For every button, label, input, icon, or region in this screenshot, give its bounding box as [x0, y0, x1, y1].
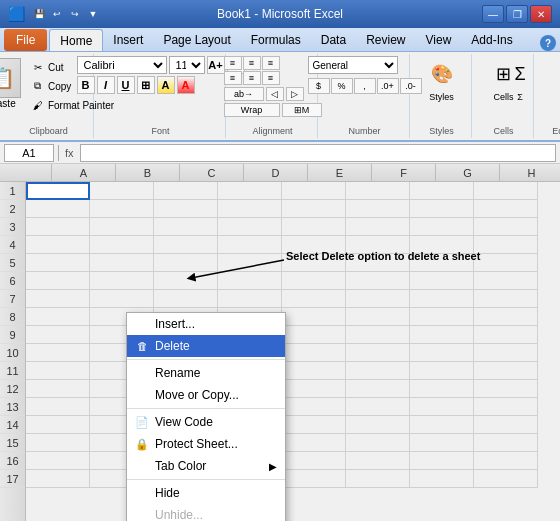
cell-a2[interactable] — [26, 200, 90, 218]
cells-row-8 — [26, 308, 560, 326]
tab-home[interactable]: Home — [49, 29, 103, 51]
editing-group-label: Editing — [536, 126, 560, 136]
cell-h2[interactable] — [474, 200, 538, 218]
indent-increase-btn[interactable]: ▷ — [286, 87, 304, 101]
underline-button[interactable]: U — [117, 76, 135, 94]
menu-item-insert[interactable]: Insert... — [127, 313, 285, 335]
ribbon-group-styles: 🎨 Styles Styles — [412, 54, 472, 138]
bold-button[interactable]: B — [77, 76, 95, 94]
tab-add-ins[interactable]: Add-Ins — [461, 29, 522, 51]
undo-quick-btn[interactable]: ↩ — [49, 6, 65, 22]
wrap-text-btn[interactable]: Wrap — [224, 103, 280, 117]
cell-e2[interactable] — [282, 200, 346, 218]
row-num-1: 1 — [0, 182, 25, 200]
tab-data[interactable]: Data — [311, 29, 356, 51]
tab-color-label: Tab Color — [155, 459, 206, 473]
cell-g1[interactable] — [410, 182, 474, 200]
column-headers: A B C D E F G H — [0, 164, 560, 182]
restore-btn[interactable]: ❐ — [506, 5, 528, 23]
move-copy-label: Move or Copy... — [155, 388, 239, 402]
minimize-btn[interactable]: — — [482, 5, 504, 23]
tab-review[interactable]: Review — [356, 29, 415, 51]
cell-d1[interactable] — [218, 182, 282, 200]
cell-c1[interactable] — [154, 182, 218, 200]
cells-area: Insert... 🗑 Delete Rename Move or Copy..… — [26, 182, 560, 521]
col-header-a: A — [52, 164, 116, 181]
ribbon-group-editing: Σ Σ ↕ 🔍 Editing — [536, 54, 560, 138]
increase-decimal-btn[interactable]: .0+ — [377, 78, 399, 94]
cell-h1[interactable] — [474, 182, 538, 200]
redo-quick-btn[interactable]: ↪ — [67, 6, 83, 22]
ribbon-tabs: File Home Insert Page Layout Formulas Da… — [0, 28, 560, 52]
row-num-4: 4 — [0, 236, 25, 254]
cell-b2[interactable] — [90, 200, 154, 218]
increase-font-btn[interactable]: A+ — [207, 56, 225, 74]
cell-f1[interactable] — [346, 182, 410, 200]
menu-item-unhide: Unhide... — [127, 504, 285, 521]
font-name-select[interactable]: Calibri — [77, 56, 167, 74]
align-mid-right-btn[interactable]: ≡ — [262, 71, 280, 85]
align-mid-center-btn[interactable]: ≡ — [243, 71, 261, 85]
menu-item-rename[interactable]: Rename — [127, 362, 285, 384]
cell-reference-box[interactable]: A1 — [4, 144, 54, 162]
align-top-right-btn[interactable]: ≡ — [262, 56, 280, 70]
row-area: 1 2 3 4 5 6 7 8 9 10 11 12 13 14 15 16 1… — [0, 182, 560, 521]
menu-item-protect-sheet[interactable]: 🔒 Protect Sheet... — [127, 433, 285, 455]
cells-row-9 — [26, 326, 560, 344]
font-color-button[interactable]: A — [177, 76, 195, 94]
cell-g2[interactable] — [410, 200, 474, 218]
formula-divider — [58, 145, 59, 161]
help-btn[interactable]: ? — [540, 35, 556, 51]
window-controls: — ❐ ✕ — [482, 5, 552, 23]
cell-f2[interactable] — [346, 200, 410, 218]
col-header-c: C — [180, 164, 244, 181]
menu-sep-2 — [127, 408, 285, 409]
cell-b1[interactable] — [90, 182, 154, 200]
save-quick-btn[interactable]: 💾 — [31, 6, 47, 22]
cell-c2[interactable] — [154, 200, 218, 218]
number-group-label: Number — [320, 126, 409, 136]
row-num-3: 3 — [0, 218, 25, 236]
tab-file[interactable]: File — [4, 29, 47, 51]
cell-d2[interactable] — [218, 200, 282, 218]
col-header-g: G — [436, 164, 500, 181]
row-num-8: 8 — [0, 308, 25, 326]
tab-insert[interactable]: Insert — [103, 29, 153, 51]
number-format-select[interactable]: General — [308, 56, 398, 74]
cell-a1[interactable] — [26, 182, 90, 200]
fill-color-button[interactable]: A — [157, 76, 175, 94]
menu-item-hide[interactable]: Hide — [127, 482, 285, 504]
align-top-center-btn[interactable]: ≡ — [243, 56, 261, 70]
rename-label: Rename — [155, 366, 200, 380]
font-row-1: Calibri 11 A+ A- — [77, 56, 245, 74]
sum-button[interactable]: Σ Σ — [498, 56, 542, 104]
orientation-btn[interactable]: ab→ — [224, 87, 264, 101]
indent-decrease-btn[interactable]: ◁ — [266, 87, 284, 101]
menu-item-tab-color[interactable]: Tab Color ▶ — [127, 455, 285, 477]
italic-button[interactable]: I — [97, 76, 115, 94]
menu-item-move-copy[interactable]: Move or Copy... — [127, 384, 285, 406]
font-size-select[interactable]: 11 — [169, 56, 205, 74]
border-button[interactable]: ⊞ — [137, 76, 155, 94]
menu-item-delete[interactable]: 🗑 Delete — [127, 335, 285, 357]
percent-btn[interactable]: % — [331, 78, 353, 94]
menu-item-view-code[interactable]: 📄 View Code — [127, 411, 285, 433]
close-btn[interactable]: ✕ — [530, 5, 552, 23]
paste-button[interactable]: 📋 Paste — [0, 56, 25, 114]
tab-page-layout[interactable]: Page Layout — [153, 29, 240, 51]
currency-btn[interactable]: $ — [308, 78, 330, 94]
comma-btn[interactable]: , — [354, 78, 376, 94]
align-top-left-btn[interactable]: ≡ — [224, 56, 242, 70]
formula-input[interactable] — [80, 144, 556, 162]
cell-e1[interactable] — [282, 182, 346, 200]
cells-row-14 — [26, 416, 560, 434]
ribbon-group-number: General $ % , .0+ .0- Number — [320, 54, 410, 138]
tab-view[interactable]: View — [416, 29, 462, 51]
styles-button[interactable]: 🎨 Styles — [420, 56, 464, 104]
cells-row-13 — [26, 398, 560, 416]
tab-formulas[interactable]: Formulas — [241, 29, 311, 51]
cell-a3[interactable] — [26, 218, 90, 236]
sort-filter-button[interactable]: ↕ — [544, 56, 560, 104]
qa-dropdown-btn[interactable]: ▼ — [85, 6, 101, 22]
align-mid-left-btn[interactable]: ≡ — [224, 71, 242, 85]
